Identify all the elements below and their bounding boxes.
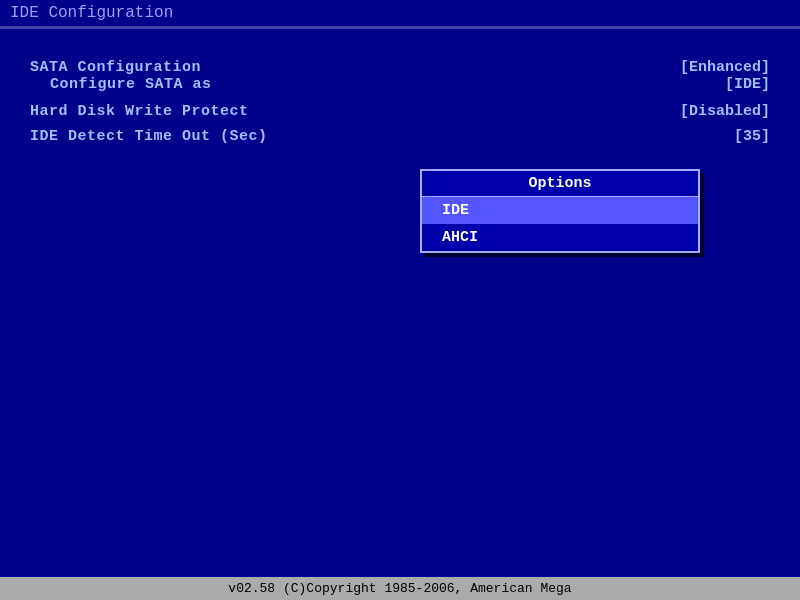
title-bar: IDE Configuration [0, 0, 800, 27]
sata-config-subvalue: [IDE] [570, 76, 770, 93]
sata-config-labels: SATA Configuration Configure SATA as [30, 59, 212, 93]
options-popup-title: Options [422, 171, 698, 197]
hd-write-protect-value: [Disabled] [570, 103, 770, 120]
ide-detect-value: [35] [570, 128, 770, 145]
bios-screen: IDE Configuration SATA Configuration Con… [0, 0, 800, 600]
hd-write-protect-row: Hard Disk Write Protect [Disabled] [30, 103, 770, 120]
sata-config-values: [Enhanced] [IDE] [570, 59, 770, 93]
ide-detect-label: IDE Detect Time Out (Sec) [30, 128, 268, 145]
options-popup: Options IDE AHCI [420, 169, 700, 253]
title-text: IDE Configuration [10, 4, 173, 22]
sata-config-label: SATA Configuration [30, 59, 212, 76]
footer-bar: v02.58 (C)Copyright 1985-2006, American … [0, 577, 800, 600]
sata-config-row: SATA Configuration Configure SATA as [En… [30, 59, 770, 93]
option-ide[interactable]: IDE [422, 197, 698, 224]
hd-write-protect-label: Hard Disk Write Protect [30, 103, 249, 120]
sata-config-sublabel: Configure SATA as [50, 76, 212, 93]
title-divider [0, 27, 800, 29]
ide-detect-row: IDE Detect Time Out (Sec) [35] [30, 128, 770, 145]
main-content: SATA Configuration Configure SATA as [En… [0, 39, 800, 577]
option-ahci[interactable]: AHCI [422, 224, 698, 251]
footer-text: v02.58 (C)Copyright 1985-2006, American … [228, 581, 571, 596]
sata-config-value: [Enhanced] [570, 59, 770, 76]
